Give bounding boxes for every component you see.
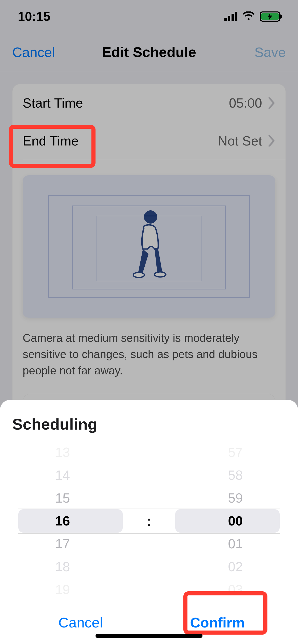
hour-option: 13: [0, 441, 125, 464]
home-indicator[interactable]: [96, 634, 202, 638]
minute-option: 57: [173, 441, 298, 464]
hour-selected: 16: [0, 509, 125, 532]
time-separator: :: [125, 457, 173, 584]
hour-option: 15: [0, 487, 125, 509]
minute-option: 59: [173, 487, 298, 509]
scheduling-sheet: Scheduling 13 14 15 16 17 18 19 : 57 58: [0, 400, 298, 644]
minute-picker[interactable]: 57 58 59 00 01 02 03: [173, 457, 298, 584]
hour-option: 18: [0, 555, 125, 578]
hour-option: 19: [0, 578, 125, 601]
hour-option: 17: [0, 532, 125, 555]
sheet-title: Scheduling: [0, 400, 298, 441]
minute-option: 58: [173, 464, 298, 487]
minute-option: 02: [173, 555, 298, 578]
hour-picker[interactable]: 13 14 15 16 17 18 19: [0, 457, 125, 584]
hour-option: 14: [0, 464, 125, 487]
minute-option: 01: [173, 532, 298, 555]
minute-option: 03: [173, 578, 298, 601]
minute-selected: 00: [173, 509, 298, 532]
